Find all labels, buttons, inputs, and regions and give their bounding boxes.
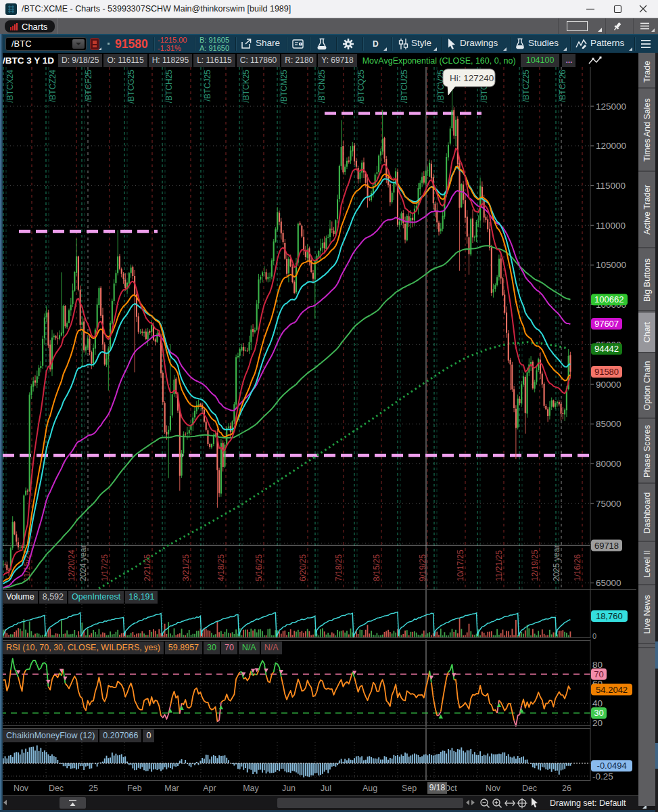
svg-text:-0.0494: -0.0494 [597,761,627,771]
svg-text:91580: 91580 [594,367,619,377]
svg-text:105000: 105000 [596,260,626,270]
svg-text:/BTCQ25: /BTCQ25 [356,70,366,104]
svg-text:/BTCN25: /BTCN25 [317,70,327,104]
svg-text:100662: 100662 [594,294,624,304]
svg-text:Phase Scores: Phase Scores [642,425,652,478]
svg-text:11/21/25: 11/21/25 [494,550,504,581]
svg-text:65000: 65000 [596,578,621,588]
svg-text:Times And Sales: Times And Sales [642,98,652,161]
svg-text:70: 70 [594,669,603,679]
svg-text:/BTCF26: /BTCF26 [558,70,567,102]
svg-text:!: ! [300,42,301,46]
svg-text:12/20/24: 12/20/24 [67,549,76,581]
svg-text:40: 40 [592,698,603,708]
svg-text:2024 year: 2024 year [78,545,88,581]
svg-text:115000: 115000 [596,181,626,191]
svg-text:6/20/25: 6/20/25 [298,554,308,581]
svg-text:Option Chain: Option Chain [642,361,652,410]
svg-text:/BTCM25: /BTCM25 [279,70,289,104]
svg-text:Live News: Live News [642,595,652,634]
svg-text:3/21/25: 3/21/25 [181,554,191,581]
svg-text:90000: 90000 [596,380,621,390]
svg-text:-0.25: -0.25 [592,771,613,782]
svg-text:/BTCG25: /BTCG25 [126,70,136,104]
svg-text:1/16/26: 1/16/26 [573,554,582,581]
svg-text:Dashboard: Dashboard [642,492,652,533]
svg-text:20: 20 [592,718,603,728]
svg-text:1/17/25: 1/17/25 [100,554,110,581]
svg-text:9/19/25: 9/19/25 [418,554,427,581]
svg-text:18,760: 18,760 [596,611,623,621]
svg-text:/BTCK25: /BTCK25 [241,70,251,103]
svg-text:30: 30 [594,708,603,718]
svg-text:69718: 69718 [594,541,619,551]
svg-text:94442: 94442 [594,344,619,354]
svg-text:54.2042: 54.2042 [596,685,628,695]
svg-text:/BTCX24: /BTCX24 [5,70,15,103]
svg-text:/BTCF25: /BTCF25 [84,70,93,102]
svg-text:7/18/25: 7/18/25 [334,554,344,581]
svg-text:110000: 110000 [596,221,626,231]
svg-text:Big Buttons: Big Buttons [642,258,652,302]
svg-text:Chart: Chart [642,321,652,342]
svg-text:Level II: Level II [642,550,652,577]
svg-text:2025 year: 2025 year [552,545,561,581]
svg-text:8/15/25: 8/15/25 [372,554,381,581]
svg-text:/BTCZ24: /BTCZ24 [48,70,57,102]
svg-text:97607: 97607 [594,319,619,329]
svg-text:85000: 85000 [596,419,621,429]
svg-text:12/19/25: 12/19/25 [530,549,540,581]
svg-text:Trade: Trade [642,61,652,83]
svg-text:80000: 80000 [596,459,621,469]
svg-text:/BTCH25: /BTCH25 [164,70,174,104]
svg-text:75000: 75000 [596,499,621,509]
svg-text:5/16/25: 5/16/25 [254,554,264,581]
svg-text:10/17/25: 10/17/25 [456,549,465,581]
svg-text:0: 0 [592,632,596,639]
svg-text:125000: 125000 [596,102,626,112]
svg-text:Active Trader: Active Trader [642,185,652,235]
svg-text:/BTCJ25: /BTCJ25 [203,70,212,102]
svg-text:Hi: 127240: Hi: 127240 [450,73,494,83]
svg-text:120000: 120000 [596,141,626,151]
svg-text:4/18/25: 4/18/25 [216,554,226,581]
svg-text:80: 80 [592,660,603,670]
svg-text:/BTCU25: /BTCU25 [400,70,409,104]
svg-text:/BTCZ25: /BTCZ25 [521,70,531,102]
